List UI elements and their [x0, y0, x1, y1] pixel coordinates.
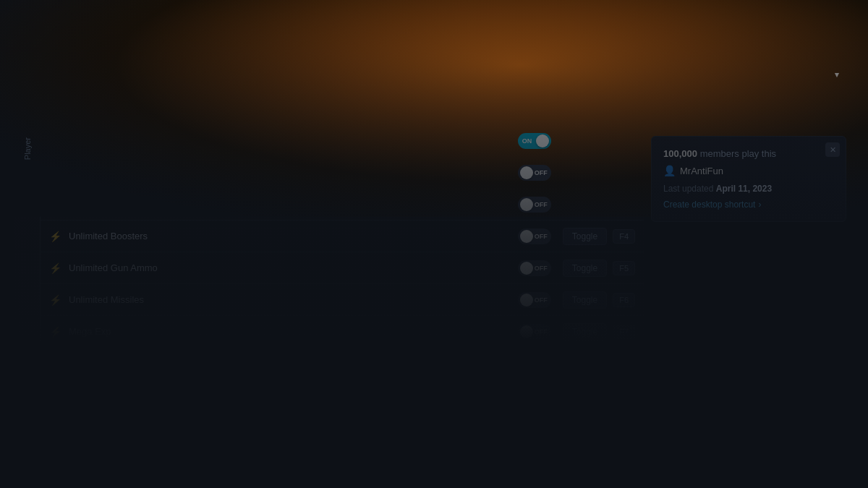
bg-overlay — [0, 0, 868, 488]
